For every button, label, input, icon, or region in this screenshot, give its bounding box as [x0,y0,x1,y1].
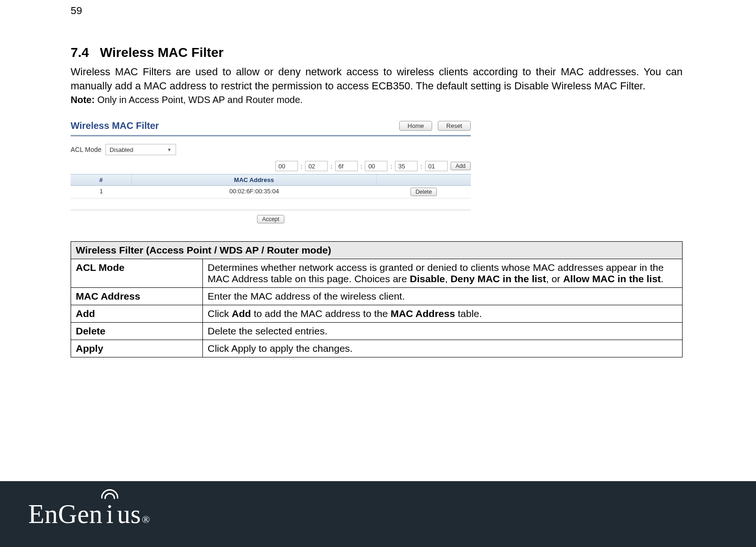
colon: : [361,163,362,170]
add-key: Add [71,305,203,323]
acl-mode-key: ACL Mode [71,259,203,288]
mac-octet-1[interactable] [275,161,298,171]
logo-text-post: us [117,499,141,529]
acl-mode-row: ACL Mode Disabled ▼ [71,144,471,155]
divider-thin [71,210,471,210]
page: 59 7.4 Wireless MAC Filter Wireless MAC … [0,0,756,547]
row-number: 1 [71,186,132,198]
colon: : [420,163,422,170]
acl-mode-desc: Determines whether network access is gra… [203,259,683,288]
text: table. [455,308,482,319]
acl-mode-select[interactable]: Disabled ▼ [105,144,176,155]
delete-key: Delete [71,323,203,340]
mac-desc: Enter the MAC address of the wireless cl… [203,288,683,305]
mac-input-row: : : : : : Add [71,160,471,174]
accept-button[interactable]: Accept [257,215,285,223]
text-bold: Add [232,308,251,319]
page-number: 59 [71,5,683,17]
text: . [661,273,664,284]
mac-key: MAC Address [71,288,203,305]
mac-octet-2[interactable] [305,161,328,171]
footer: EnGenius® [0,481,756,547]
reset-button[interactable]: Reset [438,121,471,131]
table-row: Add Click Add to add the MAC address to … [71,305,683,323]
note-line: Note: Only in Access Point, WDS AP and R… [71,95,683,105]
section-title: Wireless MAC Filter [100,45,224,60]
engenius-logo: EnGenius® [28,499,150,529]
text: Click [208,308,232,319]
table-row: ACL Mode Determines whether network acce… [71,259,683,288]
acl-mode-value: Disabled [110,146,134,153]
shot-title: Wireless MAC Filter [71,120,159,131]
row-mac: 00:02:6F:00:35:04 [132,186,377,198]
colon: : [330,163,332,170]
mac-octet-3[interactable] [335,161,358,171]
divider [71,135,471,136]
add-button[interactable]: Add [450,162,471,170]
colon: : [301,163,303,170]
mac-octet-5[interactable] [395,161,418,171]
logo-text-pre: EnGen [28,499,103,529]
text-bold: Deny MAC in the list [450,273,546,284]
add-desc: Click Add to add the MAC address to the … [203,305,683,323]
note-text: Only in Access Point, WDS AP and Router … [95,95,303,105]
colon: : [390,163,392,170]
col-action-header [377,174,471,185]
mac-octet-4[interactable] [365,161,387,171]
chevron-down-icon: ▼ [167,147,172,152]
col-mac-header: MAC Address [132,174,377,185]
content-area: 59 7.4 Wireless MAC Filter Wireless MAC … [71,5,683,357]
delete-desc: Delete the selected entries. [203,323,683,340]
shot-header-buttons: Home Reset [395,121,471,131]
col-number-header: # [71,174,132,185]
section-heading: 7.4 Wireless MAC Filter [71,45,683,60]
shot-header: Wireless MAC Filter Home Reset [71,119,471,135]
table-row: MAC Address Enter the MAC address of the… [71,288,683,305]
intro-paragraph: Wireless MAC Filters are used to allow o… [71,65,683,93]
table-caption: Wireless Filter (Access Point / WDS AP /… [71,242,683,259]
section-number: 7.4 [71,45,89,60]
table-row: Apply Click Apply to apply the changes. [71,340,683,357]
text-bold: Disable [410,273,445,284]
registered-icon: ® [142,514,150,526]
ui-screenshot: Wireless MAC Filter Home Reset ACL Mode … [71,119,471,222]
mac-table-header: # MAC Address [71,174,471,186]
apply-desc: Click Apply to apply the changes. [203,340,683,357]
accept-row: Accept [71,215,471,222]
acl-mode-label: ACL Mode [71,146,102,153]
text: , or [546,273,563,284]
table-row: 1 00:02:6F:00:35:04 Delete [71,186,471,198]
text-bold: Allow MAC in the list [563,273,661,284]
description-table: Wireless Filter (Access Point / WDS AP /… [71,241,683,357]
text: , [445,273,450,284]
home-button[interactable]: Home [399,121,432,131]
text: to add the MAC address to the [251,308,391,319]
table-row: Delete Delete the selected entries. [71,323,683,340]
note-label: Note: [71,95,95,105]
delete-button[interactable]: Delete [410,188,437,196]
apply-key: Apply [71,340,203,357]
text-bold: MAC Address [391,308,455,319]
mac-octet-6[interactable] [425,161,448,171]
wifi-icon: i [103,499,117,529]
